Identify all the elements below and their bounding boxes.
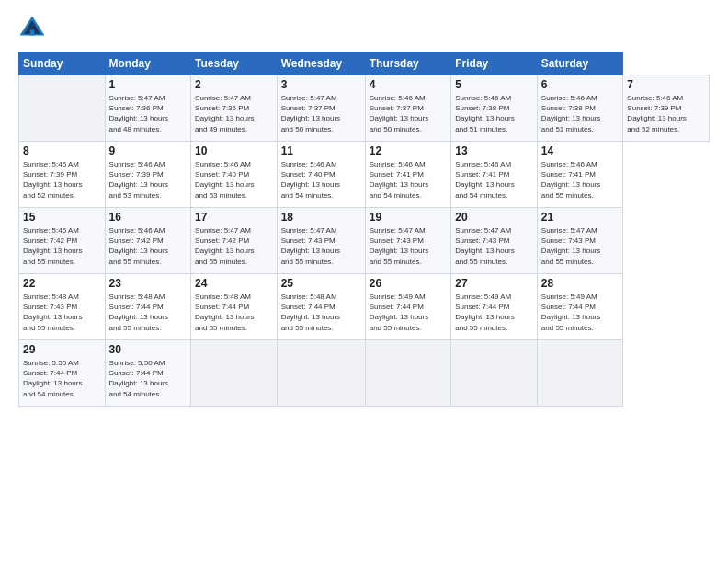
day-info: Sunrise: 5:50 AMSunset: 7:44 PMDaylight:… bbox=[23, 358, 101, 399]
day-number: 17 bbox=[195, 211, 273, 224]
day-info: Sunrise: 5:49 AMSunset: 7:44 PMDaylight:… bbox=[541, 292, 620, 333]
col-header-friday: Friday bbox=[451, 52, 538, 75]
day-info: Sunrise: 5:46 AMSunset: 7:42 PMDaylight:… bbox=[109, 225, 188, 267]
calendar-cell: 27Sunrise: 5:49 AMSunset: 7:44 PMDayligh… bbox=[451, 274, 538, 340]
day-info: Sunrise: 5:46 AMSunset: 7:39 PMDaylight:… bbox=[109, 159, 188, 201]
svg-rect-2 bbox=[30, 30, 35, 36]
col-header-monday: Monday bbox=[105, 52, 191, 75]
day-number: 18 bbox=[281, 211, 361, 224]
calendar-cell: 20Sunrise: 5:47 AMSunset: 7:43 PMDayligh… bbox=[451, 208, 538, 274]
day-info: Sunrise: 5:49 AMSunset: 7:44 PMDaylight:… bbox=[370, 292, 448, 333]
calendar-cell: 14Sunrise: 5:46 AMSunset: 7:41 PMDayligh… bbox=[537, 142, 623, 208]
day-number: 12 bbox=[370, 144, 448, 157]
calendar-cell: 17Sunrise: 5:47 AMSunset: 7:42 PMDayligh… bbox=[191, 208, 278, 274]
calendar-cell: 30Sunrise: 5:50 AMSunset: 7:44 PMDayligh… bbox=[105, 340, 191, 407]
calendar-cell: 9Sunrise: 5:46 AMSunset: 7:39 PMDaylight… bbox=[105, 142, 191, 208]
calendar-cell: 15Sunrise: 5:46 AMSunset: 7:42 PMDayligh… bbox=[19, 208, 106, 274]
day-info: Sunrise: 5:46 AMSunset: 7:39 PMDaylight:… bbox=[627, 93, 705, 134]
calendar-cell: 18Sunrise: 5:47 AMSunset: 7:43 PMDayligh… bbox=[277, 208, 365, 274]
day-info: Sunrise: 5:48 AMSunset: 7:44 PMDaylight:… bbox=[281, 292, 361, 333]
day-number: 29 bbox=[23, 343, 101, 356]
day-number: 9 bbox=[109, 144, 188, 157]
calendar-cell: 4Sunrise: 5:46 AMSunset: 7:37 PMDaylight… bbox=[365, 75, 451, 142]
day-info: Sunrise: 5:46 AMSunset: 7:42 PMDaylight:… bbox=[23, 225, 101, 267]
calendar-cell: 1Sunrise: 5:47 AMSunset: 7:36 PMDaylight… bbox=[105, 75, 191, 142]
day-info: Sunrise: 5:48 AMSunset: 7:43 PMDaylight:… bbox=[23, 292, 101, 333]
calendar-week-3: 15Sunrise: 5:46 AMSunset: 7:42 PMDayligh… bbox=[19, 208, 710, 274]
day-info: Sunrise: 5:49 AMSunset: 7:44 PMDaylight:… bbox=[455, 292, 533, 333]
calendar-cell: 16Sunrise: 5:46 AMSunset: 7:42 PMDayligh… bbox=[105, 208, 191, 274]
calendar-cell: 13Sunrise: 5:46 AMSunset: 7:41 PMDayligh… bbox=[451, 142, 538, 208]
day-number: 19 bbox=[370, 211, 448, 224]
calendar-cell: 3Sunrise: 5:47 AMSunset: 7:37 PMDaylight… bbox=[277, 75, 365, 142]
day-number: 2 bbox=[195, 78, 273, 91]
day-info: Sunrise: 5:47 AMSunset: 7:37 PMDaylight:… bbox=[281, 93, 361, 134]
calendar-cell bbox=[191, 340, 278, 407]
calendar-cell: 5Sunrise: 5:46 AMSunset: 7:38 PMDaylight… bbox=[451, 75, 538, 142]
day-info: Sunrise: 5:48 AMSunset: 7:44 PMDaylight:… bbox=[195, 292, 273, 333]
day-number: 7 bbox=[627, 78, 705, 91]
calendar-week-4: 22Sunrise: 5:48 AMSunset: 7:43 PMDayligh… bbox=[19, 274, 710, 340]
day-number: 4 bbox=[370, 78, 448, 91]
calendar-cell: 7Sunrise: 5:46 AMSunset: 7:39 PMDaylight… bbox=[623, 75, 710, 142]
col-header-wednesday: Wednesday bbox=[277, 52, 365, 75]
calendar-cell: 6Sunrise: 5:46 AMSunset: 7:38 PMDaylight… bbox=[537, 75, 623, 142]
day-info: Sunrise: 5:46 AMSunset: 7:40 PMDaylight:… bbox=[195, 159, 273, 201]
calendar-week-1: 1Sunrise: 5:47 AMSunset: 7:36 PMDaylight… bbox=[19, 75, 710, 142]
calendar-header-row: SundayMondayTuesdayWednesdayThursdayFrid… bbox=[19, 52, 710, 75]
calendar-cell bbox=[365, 340, 451, 407]
calendar-table: SundayMondayTuesdayWednesdayThursdayFrid… bbox=[18, 52, 710, 407]
day-number: 6 bbox=[541, 78, 620, 91]
day-number: 28 bbox=[541, 277, 620, 290]
calendar-cell: 11Sunrise: 5:46 AMSunset: 7:40 PMDayligh… bbox=[277, 142, 365, 208]
calendar-cell: 21Sunrise: 5:47 AMSunset: 7:43 PMDayligh… bbox=[537, 208, 623, 274]
day-number: 14 bbox=[541, 144, 620, 157]
day-info: Sunrise: 5:47 AMSunset: 7:43 PMDaylight:… bbox=[281, 225, 361, 267]
day-number: 22 bbox=[23, 277, 101, 290]
day-info: Sunrise: 5:47 AMSunset: 7:42 PMDaylight:… bbox=[195, 225, 273, 267]
day-info: Sunrise: 5:46 AMSunset: 7:37 PMDaylight:… bbox=[370, 93, 448, 134]
day-info: Sunrise: 5:46 AMSunset: 7:41 PMDaylight:… bbox=[370, 159, 448, 201]
day-number: 24 bbox=[195, 277, 273, 290]
day-info: Sunrise: 5:47 AMSunset: 7:43 PMDaylight:… bbox=[370, 225, 448, 267]
logo-icon bbox=[18, 15, 46, 42]
calendar-cell: 26Sunrise: 5:49 AMSunset: 7:44 PMDayligh… bbox=[365, 274, 451, 340]
col-header-thursday: Thursday bbox=[365, 52, 451, 75]
calendar-cell bbox=[19, 75, 106, 142]
calendar-cell: 24Sunrise: 5:48 AMSunset: 7:44 PMDayligh… bbox=[191, 274, 278, 340]
calendar-cell: 19Sunrise: 5:47 AMSunset: 7:43 PMDayligh… bbox=[365, 208, 451, 274]
day-number: 10 bbox=[195, 144, 273, 157]
logo bbox=[18, 15, 50, 42]
calendar-cell bbox=[277, 340, 365, 407]
calendar-cell: 25Sunrise: 5:48 AMSunset: 7:44 PMDayligh… bbox=[277, 274, 365, 340]
day-number: 26 bbox=[370, 277, 448, 290]
day-info: Sunrise: 5:47 AMSunset: 7:43 PMDaylight:… bbox=[455, 225, 533, 267]
calendar-cell: 2Sunrise: 5:47 AMSunset: 7:36 PMDaylight… bbox=[191, 75, 278, 142]
day-info: Sunrise: 5:46 AMSunset: 7:38 PMDaylight:… bbox=[455, 93, 533, 134]
calendar-week-5: 29Sunrise: 5:50 AMSunset: 7:44 PMDayligh… bbox=[19, 340, 710, 407]
day-number: 15 bbox=[23, 211, 101, 224]
calendar-cell: 22Sunrise: 5:48 AMSunset: 7:43 PMDayligh… bbox=[19, 274, 106, 340]
day-number: 23 bbox=[109, 277, 188, 290]
calendar-cell bbox=[537, 340, 623, 407]
col-header-sunday: Sunday bbox=[19, 52, 106, 75]
day-number: 30 bbox=[109, 343, 188, 356]
day-number: 8 bbox=[23, 144, 101, 157]
day-info: Sunrise: 5:47 AMSunset: 7:36 PMDaylight:… bbox=[195, 93, 273, 134]
calendar-week-2: 8Sunrise: 5:46 AMSunset: 7:39 PMDaylight… bbox=[19, 142, 710, 208]
day-number: 5 bbox=[455, 78, 533, 91]
day-number: 27 bbox=[455, 277, 533, 290]
day-info: Sunrise: 5:46 AMSunset: 7:40 PMDaylight:… bbox=[281, 159, 361, 201]
day-info: Sunrise: 5:46 AMSunset: 7:41 PMDaylight:… bbox=[455, 159, 533, 201]
day-number: 20 bbox=[455, 211, 533, 224]
day-info: Sunrise: 5:50 AMSunset: 7:44 PMDaylight:… bbox=[109, 358, 188, 399]
day-number: 16 bbox=[109, 211, 188, 224]
day-number: 13 bbox=[455, 144, 533, 157]
day-number: 21 bbox=[541, 211, 620, 224]
day-info: Sunrise: 5:47 AMSunset: 7:43 PMDaylight:… bbox=[541, 225, 620, 267]
calendar-cell: 23Sunrise: 5:48 AMSunset: 7:44 PMDayligh… bbox=[105, 274, 191, 340]
page-container: SundayMondayTuesdayWednesdayThursdayFrid… bbox=[0, 0, 728, 416]
col-header-saturday: Saturday bbox=[537, 52, 623, 75]
calendar-cell: 10Sunrise: 5:46 AMSunset: 7:40 PMDayligh… bbox=[191, 142, 278, 208]
header bbox=[18, 15, 710, 42]
